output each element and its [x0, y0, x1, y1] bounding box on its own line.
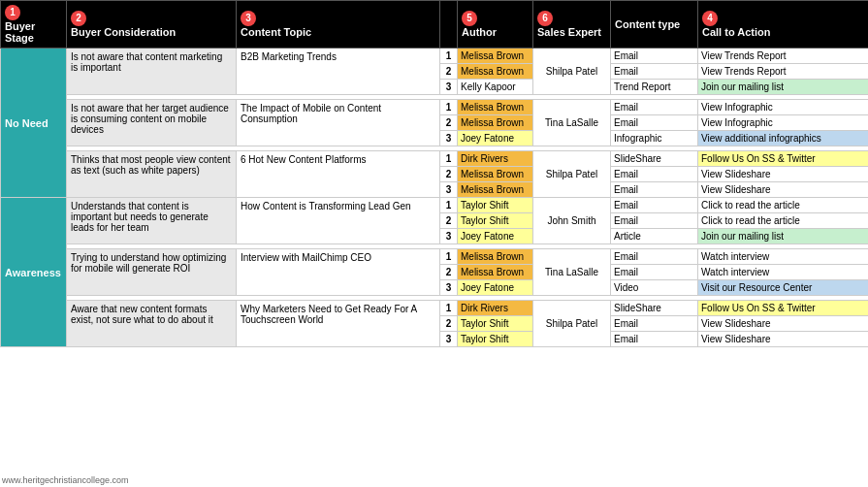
cta-cell: Follow Us On SS & Twitter: [698, 301, 869, 316]
buyer-consideration-cell: Aware that new content formats exist, no…: [67, 301, 237, 347]
content-type-header: Content type: [611, 1, 698, 49]
content-type-cell: SlideShare: [611, 301, 698, 316]
cta-cell: Follow Us On SS & Twitter: [698, 151, 869, 167]
cta-cell: Watch interview: [698, 265, 869, 280]
table-row: Aware that new content formats exist, no…: [1, 301, 869, 316]
cta-cell: Join our mailing list: [698, 229, 869, 244]
cta-cell: Visit our Resource Center: [698, 280, 869, 296]
buyer-consideration-cell: Is not aware that content marketing is i…: [67, 49, 237, 95]
cta-cell: View Trends Report: [698, 49, 869, 64]
author-cell: Melissa Brown: [458, 49, 533, 64]
author-cell: Taylor Shift: [458, 213, 533, 229]
sales-expert-cell: Shilpa Patel: [533, 49, 611, 95]
author-cell: Joey Fatone: [458, 131, 533, 146]
num-header: [440, 1, 458, 49]
author-cell: Kelly Kapoor: [458, 80, 533, 95]
author-cell: Melissa Brown: [458, 115, 533, 131]
cta-cell: Watch interview: [698, 249, 869, 265]
col8-label: Call to Action: [702, 26, 770, 38]
content-type-cell: Article: [611, 229, 698, 244]
buyer-stage-cell: No Need: [1, 49, 67, 198]
row-number: 2: [440, 213, 458, 229]
author-cell: Melissa Brown: [458, 100, 533, 115]
buyer-stage-header: 1 Buyer Stage: [1, 1, 67, 49]
col2-label: Buyer Consideration: [71, 26, 176, 38]
sales-expert-cell: John Smith: [533, 198, 611, 244]
author-cell: Melissa Brown: [458, 182, 533, 198]
table-row: AwarenessUnderstands that content is imp…: [1, 198, 869, 213]
content-map-table: 1 Buyer Stage 2 Buyer Consideration 3 Co…: [0, 0, 868, 347]
author-cell: Taylor Shift: [458, 198, 533, 213]
author-cell: Joey Fatone: [458, 280, 533, 296]
row-number: 2: [440, 115, 458, 131]
col8-num: 4: [702, 11, 718, 26]
content-topic-cell: Why Marketers Need to Get Ready For A To…: [237, 301, 440, 347]
row-number: 1: [440, 198, 458, 213]
author-cell: Dirk Rivers: [458, 301, 533, 316]
cta-cell: Click to read the article: [698, 198, 869, 213]
content-type-cell: Email: [611, 198, 698, 213]
buyer-consideration-header: 2 Buyer Consideration: [67, 1, 237, 49]
col1-label: Buyer Stage: [5, 20, 35, 44]
cta-cell: View Infographic: [698, 115, 869, 131]
col1-num: 1: [5, 5, 20, 20]
col6-num: 6: [537, 11, 553, 26]
content-type-cell: Video: [611, 280, 698, 296]
sales-expert-cell: Tina LaSalle: [533, 249, 611, 296]
row-number: 1: [440, 151, 458, 167]
table-row: Trying to understand how optimizing for …: [1, 249, 869, 265]
content-type-cell: Email: [611, 64, 698, 80]
content-topic-header: 3 Content Topic: [237, 1, 440, 49]
cta-cell: View Slideshare: [698, 167, 869, 182]
row-number: 2: [440, 265, 458, 280]
row-number: 3: [440, 332, 458, 347]
content-type-cell: Trend Report: [611, 80, 698, 95]
content-topic-cell: Interview with MailChimp CEO: [237, 249, 440, 296]
col5-label: Author: [462, 26, 497, 38]
content-type-cell: Email: [611, 115, 698, 131]
cta-cell: View Slideshare: [698, 332, 869, 347]
col3-num: 3: [241, 11, 256, 26]
row-number: 1: [440, 301, 458, 316]
row-number: 3: [440, 280, 458, 296]
col5-num: 5: [462, 11, 477, 26]
author-cell: Melissa Brown: [458, 265, 533, 280]
content-type-cell: Email: [611, 167, 698, 182]
buyer-consideration-cell: Trying to understand how optimizing for …: [67, 249, 237, 296]
author-cell: Taylor Shift: [458, 332, 533, 347]
content-type-cell: Email: [611, 100, 698, 115]
content-topic-cell: How Content is Transforming Lead Gen: [237, 198, 440, 244]
content-type-cell: Email: [611, 249, 698, 265]
row-number: 2: [440, 167, 458, 182]
content-type-cell: Email: [611, 332, 698, 347]
row-number: 2: [440, 64, 458, 80]
sales-expert-cell: Tina LaSalle: [533, 100, 611, 146]
cta-header: 4 Call to Action: [698, 1, 869, 49]
cta-cell: View Slideshare: [698, 182, 869, 198]
col7-label: Content type: [615, 18, 680, 30]
sales-expert-cell: Shilpa Patel: [533, 151, 611, 198]
buyer-consideration-cell: Thinks that most people view content as …: [67, 151, 237, 198]
content-type-cell: Email: [611, 182, 698, 198]
author-cell: Melissa Brown: [458, 249, 533, 265]
table-row: No NeedIs not aware that content marketi…: [1, 49, 869, 64]
cta-cell: View Trends Report: [698, 64, 869, 80]
author-cell: Melissa Brown: [458, 167, 533, 182]
row-number: 1: [440, 49, 458, 64]
content-type-cell: Email: [611, 316, 698, 332]
buyer-stage-cell: Awareness: [1, 198, 67, 347]
sales-expert-header: 6 Sales Expert: [533, 1, 611, 49]
table-body: No NeedIs not aware that content marketi…: [1, 49, 869, 347]
row-number: 1: [440, 249, 458, 265]
author-cell: Taylor Shift: [458, 316, 533, 332]
column-headers: 1 Buyer Stage 2 Buyer Consideration 3 Co…: [1, 1, 869, 49]
buyer-consideration-cell: Understands that content is important bu…: [67, 198, 237, 244]
cta-cell: Join our mailing list: [698, 80, 869, 95]
table-row: Thinks that most people view content as …: [1, 151, 869, 167]
cta-cell: Click to read the article: [698, 213, 869, 229]
content-type-cell: Email: [611, 265, 698, 280]
content-type-cell: Email: [611, 49, 698, 64]
content-topic-cell: B2B Marketing Trends: [237, 49, 440, 95]
cta-cell: View Slideshare: [698, 316, 869, 332]
author-cell: Joey Fatone: [458, 229, 533, 244]
